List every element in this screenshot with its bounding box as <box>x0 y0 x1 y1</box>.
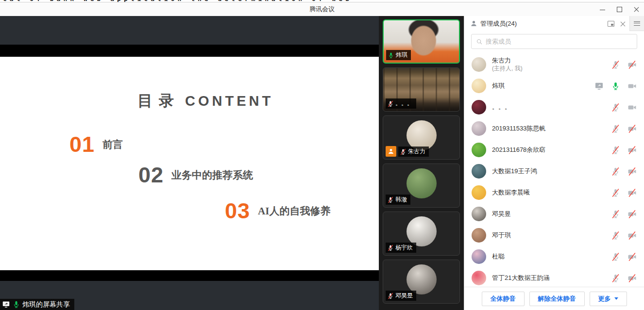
screen-sharing-icon <box>594 82 604 91</box>
mute-all-button[interactable]: 全体静音 <box>482 292 525 306</box>
member-name: 邓于琪 <box>492 231 511 239</box>
participant-name: 杨宇欣 <box>395 244 413 252</box>
member-avatar <box>472 207 486 221</box>
camera-muted-icon[interactable] <box>627 124 637 133</box>
maximize-icon[interactable] <box>617 7 622 12</box>
screen-share-stage: 目录CONTENT 01前言02业务中的推荐系统03AI人的自我修养 炜琪的屏幕… <box>0 16 379 310</box>
mic-muted-icon[interactable] <box>611 274 620 283</box>
member-row[interactable]: 杜聪 <box>464 246 644 267</box>
member-search-input[interactable] <box>486 38 632 45</box>
member-name: 2019311533陈思帆 <box>492 125 545 132</box>
screen-share-banner: 炜琪的屏幕共享 <box>0 299 74 310</box>
person-icon <box>470 20 477 27</box>
member-row[interactable]: 大数据19王子鸿 <box>464 161 644 182</box>
letterbox-top <box>0 45 379 57</box>
video-film-strip: 炜琪。。。朱古力韩澈杨宇欣邓昊昱 <box>379 16 464 310</box>
member-name: 。。。 <box>492 103 511 111</box>
toc-label: 业务中的推荐系统 <box>171 168 253 182</box>
member-status-icons <box>611 252 637 261</box>
camera-muted-icon[interactable] <box>627 274 637 283</box>
member-row[interactable]: 邓昊昱 <box>464 203 644 225</box>
member-panel: 管理成员(24) 朱古力(主持人, 我)炜琪。。。2019311533陈思帆20… <box>464 16 644 310</box>
member-panel-footer: 全体静音 解除全体静音 更多 <box>464 287 644 310</box>
toc-label: 前言 <box>102 138 123 151</box>
titlebar: 腾讯会议 <box>0 2 644 16</box>
panel-menu-button[interactable] <box>629 16 644 31</box>
more-button[interactable]: 更多 <box>590 292 627 306</box>
mic-muted-icon[interactable] <box>611 124 620 133</box>
mic-on-icon <box>388 52 394 59</box>
member-row[interactable]: 2021311678余欣窈 <box>464 139 644 161</box>
mic-muted-icon <box>387 196 394 203</box>
member-status-icons <box>611 124 637 133</box>
camera-off-icon[interactable] <box>627 82 637 91</box>
video-tile[interactable]: 朱古力 <box>383 115 460 160</box>
member-row[interactable]: 炜琪 <box>464 75 644 97</box>
member-name: 炜琪 <box>492 82 505 90</box>
camera-muted-icon[interactable] <box>627 188 637 197</box>
minimize-icon[interactable] <box>600 7 605 12</box>
member-row[interactable]: 邓于琪 <box>464 225 644 246</box>
member-status-icons <box>611 60 637 69</box>
participant-name: 韩澈 <box>395 196 407 204</box>
mic-muted-icon[interactable] <box>611 103 620 112</box>
toc-number: 03 <box>225 200 250 222</box>
participant-name: 。。。 <box>395 99 413 108</box>
member-status-icons <box>611 146 637 155</box>
member-status-icons <box>611 231 637 240</box>
video-tile[interactable]: 韩澈 <box>383 163 460 208</box>
popout-panel-icon[interactable] <box>608 21 614 27</box>
member-list: 朱古力(主持人, 我)炜琪。。。2019311533陈思帆2021311678余… <box>464 54 644 287</box>
mic-on-icon[interactable] <box>611 82 620 91</box>
member-avatar <box>472 228 486 243</box>
member-row[interactable]: 大数据李晨曦 <box>464 182 644 203</box>
camera-off-icon[interactable] <box>627 103 637 112</box>
mic-muted-icon[interactable] <box>611 167 620 176</box>
mic-muted-icon[interactable] <box>611 188 620 197</box>
camera-muted-icon[interactable] <box>627 167 637 176</box>
member-status-icons <box>611 210 637 219</box>
member-role: (主持人, 我) <box>492 65 523 72</box>
camera-muted-icon[interactable] <box>627 252 637 261</box>
member-avatar <box>472 143 486 157</box>
camera-muted-icon[interactable] <box>627 210 637 219</box>
screen-share-banner-text: 炜琪的屏幕共享 <box>22 300 70 309</box>
search-icon <box>476 38 483 45</box>
close-icon[interactable] <box>634 7 639 12</box>
mic-muted-icon <box>400 148 407 155</box>
member-avatar <box>472 185 486 200</box>
member-avatar <box>472 57 486 72</box>
participant-avatar <box>407 264 437 294</box>
app-window: cal of bank web application the determin… <box>0 0 644 310</box>
camera-muted-icon[interactable] <box>627 231 637 240</box>
participant-name: 炜琪 <box>396 51 407 59</box>
unmute-all-button[interactable]: 解除全体静音 <box>529 292 585 306</box>
mic-muted-icon[interactable] <box>611 210 620 219</box>
mic-muted-icon[interactable] <box>611 60 620 69</box>
member-status-icons <box>611 167 637 176</box>
camera-muted-icon[interactable] <box>627 60 637 69</box>
close-panel-icon[interactable] <box>620 21 626 26</box>
mic-muted-icon[interactable] <box>611 252 620 261</box>
video-tile[interactable]: 炜琪 <box>383 19 460 64</box>
member-row[interactable]: 管丁21大数据王韵涵 <box>464 267 644 287</box>
video-tile[interactable]: 。。。 <box>383 67 460 112</box>
member-row[interactable]: 。。。 <box>464 97 644 118</box>
member-name: 朱古力 <box>492 57 523 65</box>
tile-name-label: 韩澈 <box>386 195 410 205</box>
member-avatar <box>472 271 486 285</box>
member-avatar <box>472 164 486 179</box>
tile-name-label: 朱古力 <box>398 147 429 157</box>
member-row[interactable]: 2019311533陈思帆 <box>464 118 644 139</box>
slide-title-en: CONTENT <box>185 93 273 109</box>
video-tile[interactable]: 杨宇欣 <box>383 212 460 256</box>
member-status-icons <box>611 188 637 197</box>
mic-muted-icon[interactable] <box>611 146 620 155</box>
camera-muted-icon[interactable] <box>627 146 637 155</box>
mic-muted-icon[interactable] <box>611 231 620 240</box>
member-row[interactable]: 朱古力(主持人, 我) <box>464 54 644 75</box>
video-tile[interactable]: 邓昊昱 <box>383 260 460 304</box>
member-search-box[interactable] <box>471 34 637 49</box>
member-avatar <box>472 121 486 136</box>
member-name: 大数据李晨曦 <box>492 189 530 196</box>
